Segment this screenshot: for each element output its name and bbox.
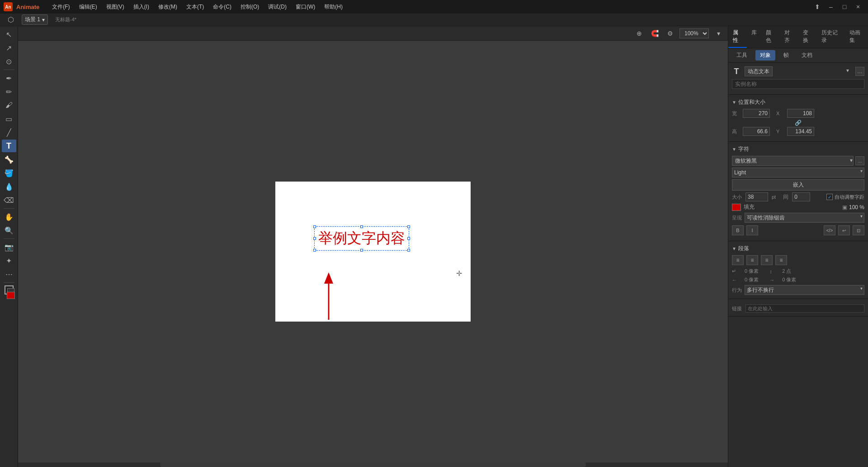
- text-type-selector[interactable]: 动态文本: [745, 66, 852, 76]
- paragraph-header[interactable]: ▼ 段落: [732, 245, 864, 252]
- menu-edit[interactable]: 编辑(E): [75, 2, 101, 12]
- handle-top-left[interactable]: [313, 225, 316, 228]
- maximize-button[interactable]: □: [838, 2, 851, 11]
- align-justify-button[interactable]: ≡: [775, 255, 787, 265]
- line-tool[interactable]: ╱: [2, 126, 16, 139]
- behavior-select[interactable]: 多行不换行: [745, 285, 864, 295]
- handle-bot-left[interactable]: [313, 249, 316, 252]
- width-input[interactable]: [743, 109, 770, 118]
- tab-object[interactable]: 对象: [755, 50, 775, 61]
- more-tools[interactable]: ⋯: [2, 268, 16, 280]
- panel-tab-animation[interactable]: 动画集: [845, 26, 868, 48]
- menu-view[interactable]: 视图(V): [103, 2, 128, 12]
- handle-top-mid[interactable]: [360, 225, 363, 228]
- wrap-button[interactable]: ↩: [838, 225, 850, 235]
- character-header[interactable]: ▼ 字符: [732, 145, 864, 153]
- lock-proportions-icon[interactable]: 🔗: [795, 120, 802, 126]
- text-object[interactable]: 举例文字内容: [314, 226, 409, 251]
- brush-tool[interactable]: 🖌: [2, 99, 16, 112]
- lasso-tool[interactable]: ⊙: [2, 55, 16, 68]
- pen-tool[interactable]: ✒: [2, 72, 16, 84]
- align-right-button[interactable]: ≡: [761, 255, 773, 265]
- kern-input[interactable]: [792, 192, 810, 201]
- panel-tab-color[interactable]: 颜色: [761, 26, 780, 48]
- panel-tab-align[interactable]: 对齐: [780, 26, 798, 48]
- pencil-tool[interactable]: ✏: [2, 85, 16, 98]
- font-family-select[interactable]: 微软雅黑: [732, 156, 854, 166]
- text-icon: T: [732, 67, 741, 76]
- text-tool[interactable]: T: [2, 140, 16, 152]
- canvas-settings-button[interactable]: ⚙: [664, 28, 676, 38]
- menu-insert[interactable]: 插入(I): [130, 2, 153, 12]
- menu-control[interactable]: 控制(O): [237, 2, 263, 12]
- panel-tab-transform[interactable]: 变换: [798, 26, 817, 48]
- render-select[interactable]: 可读性消除锯齿: [745, 213, 864, 223]
- camera-tool[interactable]: 📷: [2, 241, 16, 253]
- handle-mid-right[interactable]: [407, 237, 410, 240]
- handle-bot-right[interactable]: [407, 249, 410, 252]
- zoom-options-button[interactable]: ▾: [712, 28, 724, 38]
- eraser-tool[interactable]: ⌫: [2, 194, 16, 206]
- embed-button[interactable]: 嵌入: [732, 179, 864, 191]
- bone-tool[interactable]: 🦴: [2, 153, 16, 166]
- tab-document[interactable]: 文档: [797, 50, 817, 61]
- y-input[interactable]: [787, 127, 814, 136]
- snap-button[interactable]: 🧲: [649, 28, 660, 38]
- font-style-select[interactable]: Light: [732, 168, 864, 177]
- fill-color-swatch[interactable]: [7, 292, 15, 299]
- font-extra-button[interactable]: …: [855, 156, 864, 165]
- horizontal-scrollbar[interactable]: [18, 462, 728, 467]
- position-size-header[interactable]: ▼ 位置和大小: [732, 98, 864, 106]
- panel-tab-properties[interactable]: 属性: [728, 26, 747, 48]
- height-input[interactable]: [743, 127, 770, 136]
- menu-window[interactable]: 窗口(W): [292, 2, 319, 12]
- menu-modify[interactable]: 修改(M): [155, 2, 181, 12]
- canvas-content[interactable]: 举例文字内容 ✛: [18, 41, 728, 462]
- rectangle-tool[interactable]: ▭: [2, 112, 16, 125]
- handle-bot-mid[interactable]: [360, 249, 363, 252]
- character-collapse-arrow: ▼: [732, 147, 736, 152]
- menu-text[interactable]: 文本(T): [183, 2, 208, 12]
- expand-button[interactable]: ⊡: [853, 225, 864, 235]
- close-button[interactable]: ×: [852, 2, 864, 11]
- zoom-tool[interactable]: 🔍: [2, 224, 16, 237]
- text-type-select[interactable]: 动态文本: [745, 66, 773, 76]
- instance-name-input[interactable]: [732, 79, 864, 89]
- zoom-select[interactable]: 100% 50% 200%: [679, 28, 709, 38]
- panel-tab-history[interactable]: 历史记录: [817, 26, 845, 48]
- size-kern-row: 大小 pt 间 ✓ 自动调整字距: [732, 192, 864, 201]
- menu-command[interactable]: 命令(C): [209, 2, 235, 12]
- code-view-button[interactable]: </>: [824, 225, 835, 235]
- select-tool[interactable]: ↖: [2, 28, 16, 41]
- font-size-input[interactable]: [745, 192, 768, 201]
- auto-kern-checkbox[interactable]: ✓: [826, 194, 833, 200]
- align-left-button[interactable]: ≡: [732, 255, 744, 265]
- snap-to-objects-button[interactable]: ⊕: [633, 28, 645, 38]
- menu-file[interactable]: 文件(F): [48, 2, 73, 12]
- stage[interactable]: 举例文字内容 ✛: [275, 182, 471, 322]
- link-input[interactable]: [745, 304, 864, 313]
- handle-top-right[interactable]: [407, 225, 410, 228]
- edit-icon[interactable]: ⬡: [4, 14, 18, 26]
- x-input[interactable]: [787, 109, 814, 118]
- hand-tool[interactable]: ✋: [2, 210, 16, 223]
- minimize-button[interactable]: –: [825, 2, 837, 11]
- handle-mid-left[interactable]: [313, 237, 316, 240]
- italic-button[interactable]: I: [746, 225, 758, 235]
- tab-tool[interactable]: 工具: [732, 50, 752, 61]
- eyedropper-tool[interactable]: 💧: [2, 180, 16, 193]
- menu-debug[interactable]: 调试(D): [264, 2, 290, 12]
- scene-selector[interactable]: 场景 1 ▾: [22, 14, 48, 25]
- share-button[interactable]: ⬆: [811, 2, 824, 11]
- menu-help[interactable]: 帮助(H): [321, 2, 346, 12]
- asset-warp-tool[interactable]: ✦: [2, 254, 16, 267]
- fill-color-swatch[interactable]: [732, 204, 741, 211]
- tab-frame[interactable]: 帧: [779, 50, 793, 61]
- paint-bucket-tool[interactable]: 🪣: [2, 167, 16, 179]
- bold-button[interactable]: B: [732, 225, 744, 235]
- text-display[interactable]: 举例文字内容: [318, 229, 405, 248]
- panel-tab-library[interactable]: 库: [747, 26, 761, 48]
- text-options-button[interactable]: …: [855, 67, 864, 76]
- subselect-tool[interactable]: ↗: [2, 42, 16, 54]
- align-center-button[interactable]: ≡: [746, 255, 758, 265]
